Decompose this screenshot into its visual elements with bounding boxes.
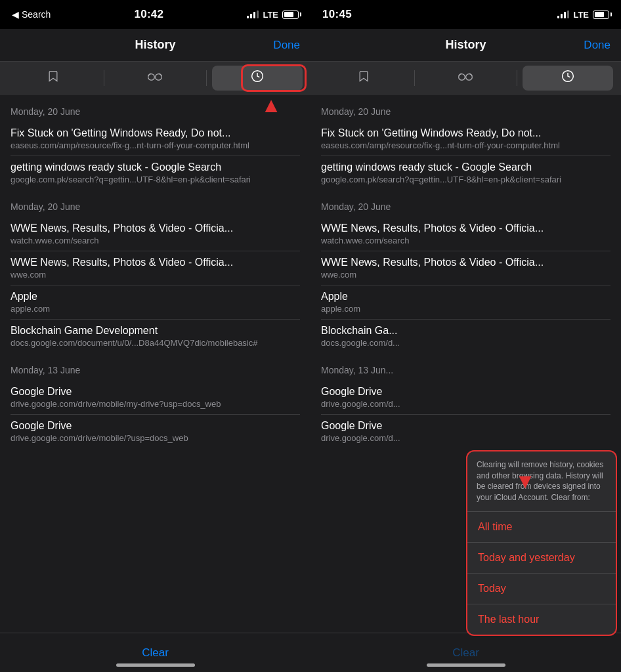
signal-icon-right: [557, 10, 569, 18]
glasses-icon-right: [458, 71, 473, 85]
list-item[interactable]: WWE News, Results, Photos & Video - Offi…: [310, 251, 621, 285]
history-title-left: History: [135, 38, 175, 52]
tab-divider-1-left: [104, 70, 104, 86]
phone-panel-left: ◀ Search 10:42 LTE History Done: [0, 0, 310, 672]
section-header-3-right: Monday, 13 Jun...: [310, 353, 621, 381]
list-item[interactable]: Apple apple.com: [310, 285, 621, 319]
history-content-left[interactable]: Monday, 20 June Fix Stuck on 'Getting Wi…: [0, 94, 310, 672]
list-item[interactable]: Google Drive drive.google.com/drive/mobi…: [0, 415, 310, 448]
back-label-left[interactable]: Search: [22, 9, 51, 20]
list-item[interactable]: WWE News, Results, Photos & Video - Offi…: [310, 217, 621, 251]
clear-popup: Clearing will remove history, cookies an…: [466, 450, 617, 636]
clear-today-option[interactable]: Today: [467, 574, 616, 604]
battery-icon-right: [593, 10, 609, 19]
done-button-left[interactable]: Done: [273, 39, 300, 52]
bookmark-icon-left: [47, 70, 60, 86]
clock-icon-right: [561, 70, 574, 86]
clear-all-time-option[interactable]: All time: [467, 512, 616, 543]
home-indicator-right: [427, 663, 505, 667]
list-item[interactable]: getting windows ready stuck - Google Sea…: [0, 156, 310, 190]
tab-bookmarks-left[interactable]: [8, 66, 98, 91]
status-time-right: 10:45: [322, 8, 352, 21]
section-header-2-left: Monday, 20 June: [0, 190, 310, 217]
glasses-icon-left: [148, 71, 162, 85]
list-item[interactable]: WWE News, Results, Photos & Video - Offi…: [0, 251, 310, 285]
list-item[interactable]: Google Drive drive.google.com/d...: [310, 381, 621, 414]
phone-panel-right: 10:45 LTE History Done: [310, 0, 621, 672]
section-header-2-right: Monday, 20 June: [310, 190, 621, 217]
list-item[interactable]: Fix Stuck on 'Getting Windows Ready, Do …: [0, 122, 310, 156]
clear-last-hour-option[interactable]: The last hour: [467, 604, 616, 635]
section-header-1-left: Monday, 20 June: [0, 94, 310, 122]
bookmark-icon-right: [357, 70, 370, 86]
tab-bar-left: [0, 62, 310, 94]
clear-button-left[interactable]: Clear: [142, 646, 169, 660]
tab-bookmarks-right[interactable]: [318, 66, 409, 91]
list-item[interactable]: Blockchain Game Development docs.google.…: [0, 320, 310, 353]
list-item[interactable]: Google Drive drive.google.com/d...: [310, 415, 621, 448]
list-item[interactable]: Apple apple.com: [0, 285, 310, 319]
clock-icon-left: [251, 70, 264, 86]
home-indicator-left: [116, 663, 195, 667]
tab-divider-2-left: [206, 70, 207, 86]
history-title-right: History: [445, 38, 486, 52]
status-bar-left: ◀ Search 10:42 LTE: [0, 0, 310, 29]
section-header-3-left: Monday, 13 June: [0, 353, 310, 381]
list-item[interactable]: getting windows ready stuck - Google Sea…: [310, 156, 621, 190]
nav-bar-right: History Done: [310, 29, 621, 62]
list-item[interactable]: Google Drive drive.google.com/drive/mobi…: [0, 381, 310, 414]
section-header-1-right: Monday, 20 June: [310, 94, 621, 122]
tab-divider-2-right: [517, 70, 517, 86]
lte-label-right: LTE: [573, 10, 589, 20]
clear-button-right[interactable]: Clear: [452, 646, 479, 660]
tab-history-right[interactable]: [523, 66, 613, 91]
tab-divider-1-right: [414, 70, 415, 86]
clear-today-yesterday-option[interactable]: Today and yesterday: [467, 543, 616, 574]
status-time-left: 10:42: [134, 8, 163, 21]
list-item[interactable]: Fix Stuck on 'Getting Windows Ready, Do …: [310, 122, 621, 156]
lte-label-left: LTE: [263, 10, 278, 20]
tab-reading-right[interactable]: [420, 66, 511, 91]
tab-bar-right: [310, 62, 621, 94]
tab-history-left[interactable]: [212, 66, 303, 91]
list-item[interactable]: Blockchain Ga... docs.google.com/d...: [310, 320, 621, 353]
status-bar-right: 10:45 LTE: [310, 0, 621, 29]
popup-info-text: Clearing will remove history, cookies an…: [467, 452, 616, 512]
tab-reading-left[interactable]: [110, 66, 200, 91]
battery-icon-left: [282, 10, 299, 19]
list-item[interactable]: WWE News, Results, Photos & Video - Offi…: [0, 217, 310, 251]
nav-bar-left: History Done: [0, 29, 310, 62]
done-button-right[interactable]: Done: [584, 39, 610, 52]
signal-icon-left: [247, 10, 259, 18]
